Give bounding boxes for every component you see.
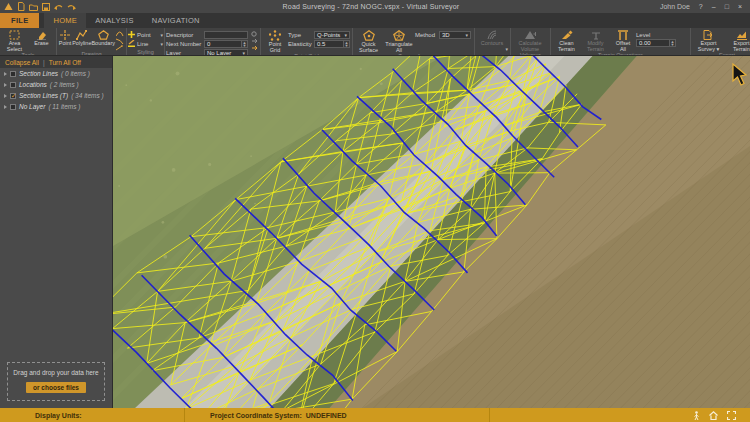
turn-all-off-link[interactable]: Turn All Off <box>49 59 81 66</box>
expander-icon[interactable] <box>4 83 7 87</box>
elasticity-label: Elasticity <box>288 41 314 47</box>
group-label-contours <box>476 52 509 55</box>
display-units-section[interactable]: Display Units: <box>0 408 185 422</box>
descriptor-label: Descriptor <box>166 32 204 38</box>
layer-checkbox[interactable] <box>10 82 16 88</box>
coordinate-system-value: UNDEFINED <box>306 412 347 419</box>
layer-count: ( 0 items ) <box>61 70 90 77</box>
tab-analysis[interactable]: ANALYSIS <box>86 13 143 28</box>
redo-icon[interactable] <box>67 3 76 11</box>
level-stepper[interactable]: ▲▼ <box>670 39 676 47</box>
expander-icon[interactable] <box>4 72 7 76</box>
window-title: Road Surveying - 72nd NOGC.vspx - Virtua… <box>82 3 660 10</box>
chevron-down-icon: ▾ <box>342 32 347 38</box>
app-logo-icon <box>4 2 13 11</box>
erase-button[interactable]: Erase <box>28 29 55 47</box>
undo-icon[interactable] <box>54 3 63 11</box>
close-button[interactable]: × <box>738 3 742 10</box>
export-survey-button[interactable]: Export Survey ▾ <box>692 29 725 52</box>
next-number-stepper[interactable]: ▲▼ <box>242 40 248 48</box>
method-dropdown[interactable]: 3D▾ <box>439 31 471 39</box>
layer-label: Section Lines (T) <box>19 92 68 99</box>
type-label: Type <box>288 32 314 38</box>
modify-terrain-button[interactable]: Modify Terrain <box>581 29 610 52</box>
quick-access-toolbar <box>0 2 82 11</box>
layer-label: Locations <box>19 81 47 88</box>
layer-count: ( 2 items ) <box>50 81 79 88</box>
layer-checkbox[interactable] <box>10 104 16 110</box>
layer-row-locations[interactable]: Locations ( 2 items ) <box>0 79 112 90</box>
style-line-dropdown[interactable]: Line▾ <box>128 40 163 48</box>
method-label: Method <box>415 32 439 38</box>
area-select-button[interactable]: Area Select <box>1 29 28 52</box>
layer-count: ( 11 items ) <box>48 103 80 110</box>
group-label-point-grid: Point Grid <box>262 53 351 55</box>
minimize-button[interactable]: – <box>712 3 716 10</box>
renumber-icon[interactable] <box>251 38 258 44</box>
group-label-drawing: Drawing <box>58 51 125 55</box>
elasticity-stepper[interactable]: ▲▼ <box>344 40 350 48</box>
user-name[interactable]: John Doe <box>660 3 690 10</box>
3d-viewport[interactable] <box>113 56 750 408</box>
terrain-scene <box>113 56 750 408</box>
group-label-styling: Styling <box>128 49 163 55</box>
layers-panel: Collapse All | Turn All Off Section Line… <box>0 56 113 408</box>
open-folder-icon[interactable] <box>29 3 38 11</box>
structure-option-icon[interactable] <box>251 31 258 37</box>
group-drawing: Point Polyline Boundary Drawing <box>57 28 127 55</box>
group-point-grid: Point Grid Type Q-Points▾ Elasticity 0.5… <box>261 28 353 55</box>
layer-checkbox[interactable] <box>10 93 16 99</box>
expander-icon[interactable] <box>4 105 7 109</box>
point-button[interactable]: Point <box>58 29 72 47</box>
title-bar: Road Surveying - 72nd NOGC.vspx - Virtua… <box>0 0 750 13</box>
contours-button[interactable]: Contours ▾ <box>476 29 508 52</box>
style-point-dropdown[interactable]: Point▾ <box>128 31 163 39</box>
assign-layer-icon[interactable] <box>251 45 258 51</box>
group-toposurface: Quick Surface Triangulate All Method 3D▾… <box>353 28 475 55</box>
help-button[interactable]: ? <box>699 3 703 10</box>
layer-row-section-lines[interactable]: Section Lines ( 0 items ) <box>0 68 112 79</box>
tab-navigation[interactable]: NAVIGATION <box>143 13 209 28</box>
layer-label: No Layer <box>19 103 45 110</box>
triangulate-all-button[interactable]: Triangulate All <box>383 29 415 53</box>
group-tools: Area Select Erase Tools <box>0 28 57 55</box>
point-grid-button[interactable]: Point Grid <box>262 29 288 53</box>
descriptor-input[interactable] <box>204 31 248 39</box>
export-terrain-button[interactable]: Export Terrain <box>725 29 750 52</box>
tab-home[interactable]: HOME <box>44 13 86 28</box>
polyline-button[interactable]: Polyline <box>72 29 91 47</box>
collapse-all-link[interactable]: Collapse All <box>5 59 39 66</box>
group-structure: Descriptor Next Number 0 ▲▼ Layer No Lay… <box>165 28 261 55</box>
expander-icon[interactable] <box>4 94 7 98</box>
group-label-tools: Tools <box>1 52 55 55</box>
restore-button[interactable]: □ <box>725 3 729 10</box>
calculate-volume-button[interactable]: Calculate Volume <box>512 29 548 52</box>
clean-terrain-button[interactable]: Clean Terrain <box>552 29 581 52</box>
offset-all-button[interactable]: Offset All <box>610 29 636 52</box>
tab-file[interactable]: FILE <box>0 13 39 28</box>
layer-dropdown[interactable]: No Layer▾ <box>204 49 248 56</box>
walk-view-icon[interactable] <box>693 411 700 420</box>
type-dropdown[interactable]: Q-Points▾ <box>314 31 350 39</box>
layer-row-no-layer[interactable]: No Layer ( 11 items ) <box>0 101 112 112</box>
fullscreen-icon[interactable] <box>727 411 736 420</box>
coordinate-system-section[interactable]: Project Coordinate System: UNDEFINED <box>185 408 490 422</box>
layer-checkbox[interactable] <box>10 71 16 77</box>
next-number-label: Next Number <box>166 41 204 47</box>
level-input[interactable]: 0.00 <box>636 39 670 47</box>
quick-surface-button[interactable]: Quick Surface <box>354 29 383 53</box>
boundary-button[interactable]: Boundary <box>91 29 115 47</box>
home-view-icon[interactable] <box>709 411 718 420</box>
elasticity-input[interactable]: 0.5 <box>314 40 344 48</box>
layer-count: ( 34 items ) <box>71 92 104 99</box>
group-label-volumes: Volumes <box>512 52 549 55</box>
next-number-input[interactable]: 0 <box>204 40 242 48</box>
spline-tool-icon[interactable] <box>116 31 124 37</box>
file-dropzone[interactable]: Drag and drop your data here or choose f… <box>7 362 105 401</box>
arc-tool-icon[interactable] <box>116 38 124 44</box>
new-file-icon[interactable] <box>17 2 25 11</box>
choose-files-button[interactable]: or choose files <box>26 382 86 393</box>
save-icon[interactable] <box>42 3 50 11</box>
layer-label: Section Lines <box>19 70 58 77</box>
layer-row-section-lines-t[interactable]: Section Lines (T) ( 34 items ) <box>0 90 112 101</box>
